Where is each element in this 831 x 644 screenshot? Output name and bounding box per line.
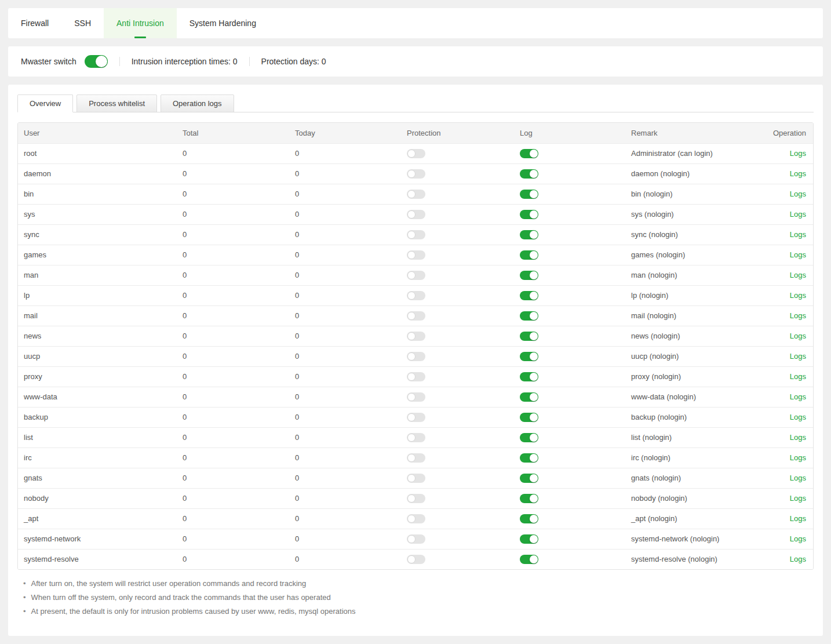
logs-link[interactable]: Logs: [790, 210, 806, 219]
log-toggle[interactable]: [520, 291, 538, 300]
vertical-divider: [119, 57, 120, 66]
protection-toggle[interactable]: [407, 250, 425, 260]
protection-toggle[interactable]: [407, 169, 425, 179]
logs-link[interactable]: Logs: [790, 474, 806, 482]
total-count: 0: [177, 163, 289, 184]
col-header-user: User: [18, 123, 177, 143]
log-toggle[interactable]: [520, 190, 538, 199]
logs-link[interactable]: Logs: [790, 453, 806, 462]
remark-text: sys (nologin): [625, 204, 769, 224]
protection-toggle[interactable]: [407, 534, 425, 544]
toggle-knob: [407, 413, 416, 421]
protection-toggle[interactable]: [407, 332, 425, 341]
protection-toggle[interactable]: [407, 433, 425, 442]
toggle-knob: [530, 454, 538, 462]
logs-link[interactable]: Logs: [790, 230, 806, 239]
tab-ssh[interactable]: SSH: [61, 8, 104, 38]
logs-link[interactable]: Logs: [790, 250, 806, 259]
log-toggle[interactable]: [520, 250, 538, 260]
log-toggle[interactable]: [520, 413, 538, 422]
logs-link[interactable]: Logs: [790, 494, 806, 503]
log-toggle[interactable]: [520, 332, 538, 341]
protection-toggle[interactable]: [407, 372, 425, 381]
table-row: lp 0 0 lp (nologin) Logs: [18, 285, 813, 305]
protection-toggle[interactable]: [407, 413, 425, 422]
protection-toggle[interactable]: [407, 311, 425, 321]
logs-link[interactable]: Logs: [790, 352, 806, 361]
operation-cell: Logs: [769, 387, 813, 407]
table-row: _apt 0 0 _apt (nologin) Logs: [18, 508, 813, 529]
protection-toggle[interactable]: [407, 271, 425, 280]
log-toggle[interactable]: [520, 230, 538, 239]
log-toggle[interactable]: [520, 392, 538, 402]
logs-link[interactable]: Logs: [790, 311, 806, 320]
toggle-knob: [407, 555, 416, 563]
protection-cell: [401, 305, 514, 326]
tab-anti-intrusion[interactable]: Anti Intrusion: [104, 8, 177, 38]
log-toggle[interactable]: [520, 514, 538, 523]
logs-link[interactable]: Logs: [790, 413, 806, 421]
logs-link[interactable]: Logs: [790, 271, 806, 279]
log-toggle[interactable]: [520, 149, 538, 158]
protection-cell: [401, 427, 514, 447]
log-toggle[interactable]: [520, 352, 538, 361]
remark-text: _apt (nologin): [625, 508, 769, 529]
log-cell: [514, 366, 625, 387]
protection-toggle[interactable]: [407, 453, 425, 463]
logs-link[interactable]: Logs: [790, 372, 806, 381]
protection-toggle[interactable]: [407, 555, 425, 564]
toggle-knob: [530, 251, 538, 259]
protection-toggle[interactable]: [407, 352, 425, 361]
log-toggle[interactable]: [520, 494, 538, 503]
logs-link[interactable]: Logs: [790, 332, 806, 340]
log-cell: [514, 488, 625, 508]
table-row: backup 0 0 backup (nologin) Logs: [18, 407, 813, 427]
log-cell: [514, 326, 625, 346]
toggle-knob: [407, 515, 416, 523]
log-toggle[interactable]: [520, 311, 538, 321]
protection-toggle[interactable]: [407, 230, 425, 239]
protection-toggle[interactable]: [407, 474, 425, 483]
subtab-overview[interactable]: Overview: [17, 94, 73, 112]
table-row: uucp 0 0 uucp (nologin) Logs: [18, 346, 813, 366]
logs-link[interactable]: Logs: [790, 534, 806, 543]
logs-link[interactable]: Logs: [790, 514, 806, 523]
logs-link[interactable]: Logs: [790, 190, 806, 198]
user-name: nobody: [18, 488, 177, 508]
protection-toggle[interactable]: [407, 210, 425, 219]
protection-toggle[interactable]: [407, 190, 425, 199]
logs-link[interactable]: Logs: [790, 555, 806, 563]
subtab-operation-logs[interactable]: Operation logs: [161, 94, 234, 112]
logs-link[interactable]: Logs: [790, 392, 806, 401]
log-cell: [514, 245, 625, 265]
log-toggle[interactable]: [520, 555, 538, 564]
anti-intrusion-page: Firewall SSH Anti Intrusion System Harde…: [0, 0, 831, 644]
protection-toggle[interactable]: [407, 392, 425, 402]
tab-system-hardening[interactable]: System Hardening: [177, 8, 269, 38]
today-count: 0: [289, 143, 401, 163]
log-toggle[interactable]: [520, 453, 538, 463]
logs-link[interactable]: Logs: [790, 291, 806, 300]
log-toggle[interactable]: [520, 372, 538, 381]
log-toggle[interactable]: [520, 534, 538, 544]
protection-toggle[interactable]: [407, 494, 425, 503]
log-toggle[interactable]: [520, 474, 538, 483]
remark-text: sync (nologin): [625, 224, 769, 245]
user-name: sync: [18, 224, 177, 245]
logs-link[interactable]: Logs: [790, 149, 806, 158]
protection-cell: [401, 143, 514, 163]
master-switch-toggle[interactable]: [85, 55, 108, 68]
toggle-knob: [407, 494, 416, 503]
logs-link[interactable]: Logs: [790, 169, 806, 178]
protection-toggle[interactable]: [407, 149, 425, 158]
protection-toggle[interactable]: [407, 291, 425, 300]
log-toggle[interactable]: [520, 271, 538, 280]
log-toggle[interactable]: [520, 433, 538, 442]
subtab-process-whitelist[interactable]: Process whitelist: [76, 94, 157, 112]
protection-toggle[interactable]: [407, 514, 425, 523]
logs-link[interactable]: Logs: [790, 433, 806, 442]
today-count: 0: [289, 529, 401, 549]
log-toggle[interactable]: [520, 169, 538, 179]
log-toggle[interactable]: [520, 210, 538, 219]
tab-firewall[interactable]: Firewall: [8, 8, 61, 38]
